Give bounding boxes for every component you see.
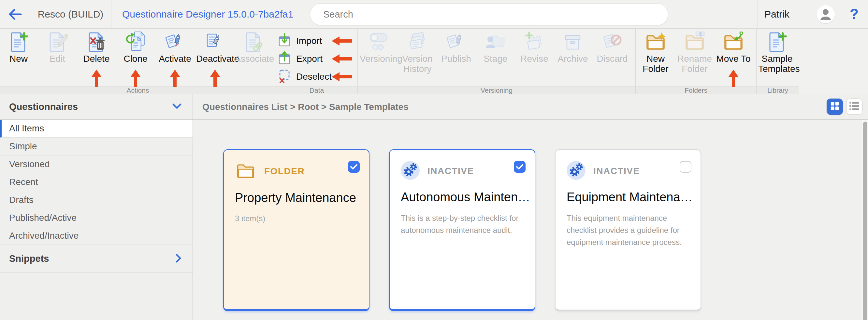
- card-equipment-maintenance[interactable]: INACTIVE Equipment Maintena… This equipm…: [555, 149, 701, 311]
- versioning-button: Versioning: [360, 32, 398, 64]
- divider: [757, 0, 758, 29]
- app-title[interactable]: Questionnaire Designer 15.0.0-7ba2fa1: [122, 0, 293, 29]
- top-bar: Resco (BUILD) Questionnaire Designer 15.…: [0, 0, 868, 29]
- sample-templates-icon: [758, 32, 796, 53]
- associate-link-icon: [235, 32, 272, 53]
- brand-label: Resco (BUILD): [30, 0, 111, 29]
- group-label-data: Data: [276, 86, 358, 94]
- card-badge: FOLDER: [264, 166, 305, 177]
- search-input[interactable]: [310, 4, 668, 25]
- card-description: This equipment maintenance checklist pro…: [556, 204, 701, 248]
- versioning-toggle-icon: [360, 32, 398, 53]
- annotation-arrow-up-delete: [92, 70, 101, 88]
- person-icon: [816, 5, 835, 24]
- stage-button: Stage: [477, 32, 515, 64]
- clone-button[interactable]: Clone: [117, 32, 154, 64]
- new-folder-icon: [637, 32, 675, 53]
- sidebar-item-all-items[interactable]: All Items: [0, 120, 192, 138]
- card-item-count: 3 item(s): [224, 205, 369, 223]
- deselect-button[interactable]: Deselect: [278, 69, 332, 85]
- help-icon[interactable]: ?: [850, 0, 859, 29]
- sidebar-item-snippets[interactable]: Snippets: [0, 245, 192, 273]
- sidebar-item-simple[interactable]: Simple: [0, 138, 192, 155]
- sidebar-item-drafts[interactable]: Drafts: [0, 191, 192, 209]
- delete-button[interactable]: Delete: [78, 32, 115, 64]
- discard-icon: [593, 32, 631, 53]
- card-checkbox[interactable]: [514, 161, 526, 173]
- sidebar-item-versioned[interactable]: Versioned: [0, 155, 192, 173]
- list-icon: [849, 102, 860, 112]
- vertical-scrollbar[interactable]: [862, 120, 868, 320]
- card-title: Property Maintenance: [224, 182, 369, 205]
- card-checkbox[interactable]: [348, 161, 360, 173]
- grid-view-toggle[interactable]: [827, 99, 843, 115]
- associate-button: Associate: [235, 32, 272, 64]
- export-button[interactable]: Export: [278, 51, 322, 67]
- sidebar-item-recent[interactable]: Recent: [0, 173, 192, 191]
- annotation-arrow-left-deselect: [332, 72, 352, 81]
- move-to-folder-icon: [715, 32, 752, 53]
- sidebar-item-published-active[interactable]: Published/Active: [0, 209, 192, 227]
- activate-button[interactable]: Activate: [156, 32, 194, 64]
- chevron-right-icon: [176, 254, 182, 264]
- rename-folder-button: Rename Folder: [676, 32, 714, 74]
- card-autonomous-maintenance[interactable]: INACTIVE Autonomous Mainten… This is a s…: [389, 149, 535, 311]
- group-label-library: Library: [756, 86, 799, 94]
- sidebar-item-archived-inactive[interactable]: Archived/Inactive: [0, 227, 192, 245]
- gears-icon: [401, 161, 420, 181]
- annotation-arrow-up-move-to: [728, 70, 738, 88]
- move-to-button[interactable]: Move To: [715, 32, 752, 64]
- sample-templates-button[interactable]: Sample Templates: [758, 32, 796, 74]
- cards-area: FOLDER Property Maintenance 3 item(s) IN…: [193, 120, 862, 320]
- new-button[interactable]: New: [0, 32, 37, 64]
- card-checkbox[interactable]: [680, 161, 691, 173]
- back-arrow-icon[interactable]: [7, 7, 22, 22]
- sidebar: Questionnaires All Items Simple Versione…: [0, 94, 193, 320]
- version-history-icon: [399, 32, 436, 53]
- new-folder-button[interactable]: New Folder: [637, 32, 675, 74]
- discard-button: Discard: [593, 32, 631, 64]
- deactivate-rocket-icon: [196, 32, 234, 53]
- card-title: Equipment Maintena…: [556, 181, 701, 204]
- annotation-arrow-up-activate: [170, 70, 180, 88]
- ribbon-toolbar: New Edit Delete Clone Activate Deactivat…: [0, 29, 868, 94]
- activate-rocket-icon: [156, 32, 194, 53]
- annotation-arrow-left-export: [332, 54, 352, 63]
- scrollbar-thumb[interactable]: [863, 121, 867, 320]
- card-description: This is a step-by-step checklist for aut…: [390, 204, 535, 236]
- import-button[interactable]: Import: [278, 33, 322, 49]
- clone-document-icon: [117, 32, 154, 53]
- breadcrumb[interactable]: Questionnaires List > Root > Sample Temp…: [202, 94, 409, 120]
- folder-icon: [235, 161, 256, 182]
- search-box: [310, 3, 668, 25]
- avatar[interactable]: [816, 5, 835, 24]
- rename-folder-icon: [676, 32, 714, 53]
- edit-document-icon: [38, 32, 76, 53]
- deactivate-button[interactable]: Deactivate: [196, 32, 234, 64]
- gears-icon: [567, 161, 586, 181]
- publish-rocket-icon: [437, 32, 475, 53]
- group-label-versioning: Versioning: [358, 86, 636, 94]
- new-document-icon: [0, 32, 37, 53]
- stage-icon: [477, 32, 515, 53]
- card-badge: INACTIVE: [428, 166, 474, 176]
- card-badge: INACTIVE: [593, 166, 640, 176]
- user-name[interactable]: Patrik: [765, 0, 789, 29]
- chevron-down-icon: [173, 103, 182, 111]
- archive-button: Archive: [554, 32, 592, 64]
- import-icon: [278, 33, 291, 49]
- edit-button: Edit: [38, 32, 76, 64]
- annotation-arrow-left-import: [332, 36, 352, 45]
- card-property-maintenance[interactable]: FOLDER Property Maintenance 3 item(s): [223, 149, 370, 311]
- revise-button: Revise: [516, 32, 553, 64]
- grid-icon: [829, 101, 840, 113]
- divider: [111, 0, 112, 29]
- archive-box-icon: [554, 32, 592, 53]
- delete-document-icon: [78, 32, 115, 53]
- export-icon: [278, 51, 291, 67]
- list-view-toggle[interactable]: [846, 99, 863, 115]
- revise-icon: [516, 32, 553, 53]
- card-title: Autonomous Mainten…: [390, 181, 535, 204]
- sidebar-header-questionnaires[interactable]: Questionnaires: [0, 94, 192, 120]
- version-history-button: Version History: [399, 32, 436, 74]
